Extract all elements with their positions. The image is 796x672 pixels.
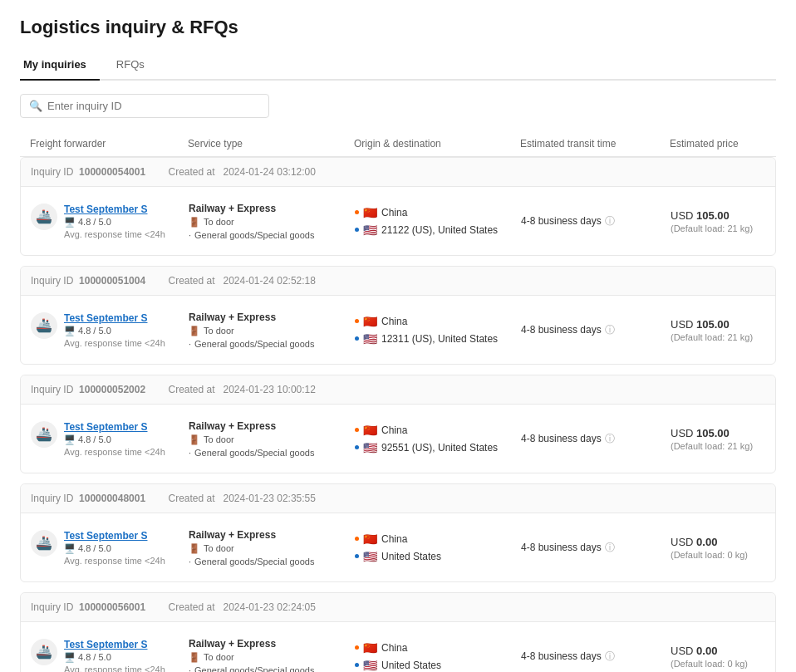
door-icon: 🚪: [189, 326, 200, 336]
origin-name: China: [381, 316, 407, 327]
page-container: Logistics inquiry & RFQs My inquiries RF…: [0, 0, 796, 672]
service-type: Railway + Express: [189, 420, 355, 432]
transit-cell: 4-8 business days ⓘ: [521, 650, 671, 664]
origin-flag: 🇨🇳: [363, 315, 377, 328]
origin-name: China: [381, 424, 407, 436]
destination-row: 🇺🇸 United States: [355, 550, 521, 563]
service-type: Railway + Express: [189, 638, 355, 650]
price-main: USD 105.00: [671, 318, 796, 331]
forwarder-name[interactable]: Test September S: [64, 639, 165, 650]
origin-destination-cell: 🇨🇳 China 🇺🇸 United States: [355, 641, 521, 672]
avatar: 🚢: [31, 639, 57, 665]
info-icon[interactable]: ⓘ: [605, 650, 615, 664]
service-cell: Railway + Express 🚪 To door · General go…: [189, 529, 355, 567]
rating-icon: 🖥️: [64, 652, 76, 663]
created-at-label: Created at 2024-01-24 02:52:18: [168, 275, 315, 287]
table-header: Freight forwarder Service type Origin & …: [20, 131, 776, 157]
info-icon[interactable]: ⓘ: [605, 214, 615, 228]
origin-dot: [355, 319, 359, 323]
dest-flag: 🇺🇸: [363, 332, 377, 346]
destination-name: 92551 (US), United States: [381, 442, 498, 454]
forwarder-name[interactable]: Test September S: [64, 312, 165, 324]
avatar: 🚢: [31, 312, 57, 339]
service-cell: Railway + Express 🚪 To door · General go…: [189, 638, 355, 673]
origin-row: 🇨🇳 China: [355, 424, 521, 437]
destination-row: 🇺🇸 21122 (US), United States: [355, 223, 521, 237]
dest-flag: 🇺🇸: [363, 659, 377, 672]
price-main: USD 105.00: [671, 427, 796, 439]
service-type: Railway + Express: [189, 203, 355, 214]
dest-flag: 🇺🇸: [363, 223, 377, 237]
price-note: (Default load: 21 kg): [671, 441, 796, 451]
forwarder-cell: 🚢 Test September S 🖥️ 4.8 / 5.0 Avg. res…: [31, 312, 189, 348]
forwarder-cell: 🚢 Test September S 🖥️ 4.8 / 5.0 Avg. res…: [31, 530, 189, 566]
forwarder-name[interactable]: Test September S: [64, 204, 165, 215]
destination-name: United States: [381, 551, 441, 562]
transit-cell: 4-8 business days ⓘ: [521, 214, 671, 228]
transit-value: 4-8 business days: [521, 215, 602, 227]
inquiry-header: Inquiry ID 100000054001 Created at 2024-…: [21, 158, 775, 187]
avatar: 🚢: [31, 530, 57, 557]
forwarder-name[interactable]: Test September S: [64, 421, 165, 433]
origin-flag: 🇨🇳: [363, 532, 377, 546]
col-estimated-price: Estimated price: [670, 138, 796, 150]
origin-dot: [355, 537, 359, 541]
info-icon[interactable]: ⓘ: [605, 541, 615, 555]
origin-destination-cell: 🇨🇳 China 🇺🇸 United States: [355, 532, 521, 563]
service-cell: Railway + Express 🚪 To door · General go…: [189, 311, 355, 349]
inquiry-id-label: Inquiry ID 100000056001: [31, 601, 145, 613]
door-icon: 🚪: [189, 434, 200, 445]
inquiry-header: Inquiry ID 100000056001 Created at 2024-…: [21, 593, 775, 622]
info-icon[interactable]: ⓘ: [605, 432, 615, 446]
price-note: (Default load: 21 kg): [671, 332, 796, 342]
origin-destination-cell: 🇨🇳 China 🇺🇸 12311 (US), United States: [355, 315, 521, 346]
price-cell: USD 105.00 (Default load: 21 kg): [671, 318, 796, 342]
forwarder-rating: 🖥️ 4.8 / 5.0: [64, 326, 165, 336]
forwarder-info: Test September S 🖥️ 4.8 / 5.0 Avg. respo…: [64, 530, 165, 566]
origin-destination-cell: 🇨🇳 China 🇺🇸 92551 (US), United States: [355, 424, 521, 454]
inquiry-header: Inquiry ID 100000052002 Created at 2024-…: [21, 375, 775, 405]
inquiry-row: 🚢 Test September S 🖥️ 4.8 / 5.0 Avg. res…: [21, 405, 775, 473]
tab-rfqs[interactable]: RFQs: [113, 52, 158, 81]
price-value: 0.00: [696, 536, 717, 548]
origin-name: China: [381, 642, 407, 654]
forwarder-name[interactable]: Test September S: [64, 530, 165, 542]
service-goods: · General goods/Special goods: [189, 557, 355, 567]
forwarder-rating: 🖥️ 4.8 / 5.0: [64, 217, 165, 228]
created-at-label: Created at 2024-01-23 02:35:55: [168, 493, 315, 504]
price-cell: USD 0.00 (Default load: 0 kg): [671, 645, 796, 669]
price-cell: USD 0.00 (Default load: 0 kg): [671, 536, 796, 560]
inquiry-row: 🚢 Test September S 🖥️ 4.8 / 5.0 Avg. res…: [21, 296, 775, 364]
created-at-label: Created at 2024-01-23 10:00:12: [168, 384, 315, 395]
forwarder-cell: 🚢 Test September S 🖥️ 4.8 / 5.0 Avg. res…: [31, 421, 189, 457]
origin-row: 🇨🇳 China: [355, 641, 521, 655]
search-input[interactable]: [47, 100, 260, 112]
service-goods: · General goods/Special goods: [189, 230, 355, 240]
goods-bullet: ·: [189, 448, 191, 458]
door-icon: 🚪: [189, 217, 200, 228]
dest-flag: 🇺🇸: [363, 550, 377, 563]
inquiry-group: Inquiry ID 100000051004 Created at 2024-…: [20, 266, 776, 365]
price-cell: USD 105.00 (Default load: 21 kg): [671, 427, 796, 451]
col-transit-time: Estimated transit time: [520, 138, 670, 150]
dest-dot: [355, 663, 359, 667]
service-goods: · General goods/Special goods: [189, 339, 355, 349]
response-time: Avg. response time <24h: [64, 665, 165, 673]
info-icon[interactable]: ⓘ: [605, 323, 615, 337]
inquiries-list: Inquiry ID 100000054001 Created at 2024-…: [20, 157, 776, 672]
origin-dot: [355, 210, 359, 214]
inquiry-header: Inquiry ID 100000048001 Created at 2024-…: [21, 484, 775, 513]
origin-flag: 🇨🇳: [363, 206, 377, 219]
goods-bullet: ·: [189, 339, 191, 349]
price-value: 105.00: [696, 427, 730, 439]
forwarder-info: Test September S 🖥️ 4.8 / 5.0 Avg. respo…: [64, 204, 165, 239]
forwarder-cell: 🚢 Test September S 🖥️ 4.8 / 5.0 Avg. res…: [31, 639, 189, 673]
origin-row: 🇨🇳 China: [355, 206, 521, 219]
col-origin-destination: Origin & destination: [354, 138, 520, 150]
origin-destination-cell: 🇨🇳 China 🇺🇸 21122 (US), United States: [355, 206, 521, 237]
rating-icon: 🖥️: [64, 543, 76, 554]
tab-my-inquiries[interactable]: My inquiries: [20, 52, 100, 81]
forwarder-info: Test September S 🖥️ 4.8 / 5.0 Avg. respo…: [64, 312, 165, 348]
price-main: USD 0.00: [671, 645, 796, 657]
search-bar[interactable]: 🔍: [20, 94, 269, 118]
